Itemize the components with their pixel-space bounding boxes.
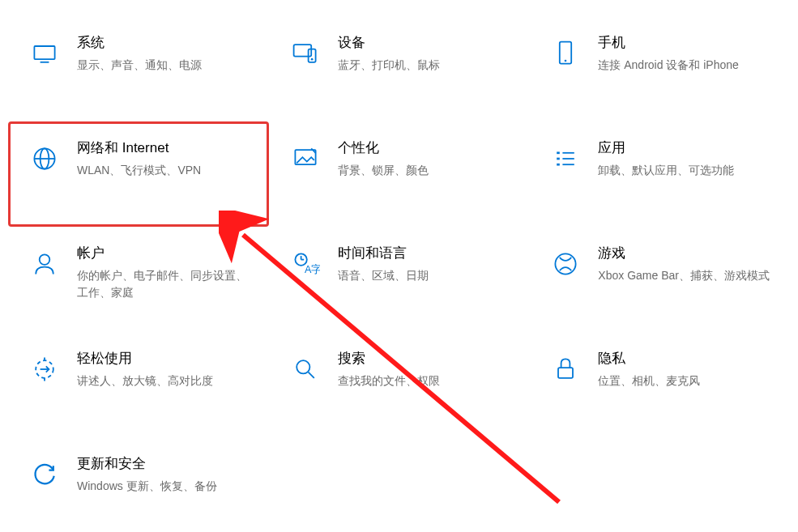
tile-subtitle: Windows 更新、恢复、备份 xyxy=(77,478,253,495)
tile-text: 设备 蓝牙、打印机、鼠标 xyxy=(338,34,514,74)
tile-text: 游戏 Xbox Game Bar、捕获、游戏模式 xyxy=(598,245,774,284)
tile-update-security[interactable]: 更新和安全 Windows 更新、恢复、备份 xyxy=(8,437,269,532)
tile-text: 隐私 位置、相机、麦克风 xyxy=(598,350,774,389)
time-language-icon xyxy=(289,248,322,280)
tile-text: 系统 显示、声音、通知、电源 xyxy=(77,34,253,74)
personalization-icon xyxy=(289,143,322,175)
tile-subtitle: 连接 Android 设备和 iPhone xyxy=(598,57,774,74)
gaming-icon xyxy=(549,248,582,280)
phone-icon xyxy=(549,37,582,70)
tile-title: 游戏 xyxy=(598,245,774,262)
tile-text: 更新和安全 Windows 更新、恢复、备份 xyxy=(77,455,253,495)
tile-subtitle: Xbox Game Bar、捕获、游戏模式 xyxy=(598,267,774,284)
tile-subtitle: 你的帐户、电子邮件、同步设置、工作、家庭 xyxy=(77,267,253,301)
tile-text: 网络和 Internet WLAN、飞行模式、VPN xyxy=(77,139,253,179)
tile-text: 时间和语言 语音、区域、日期 xyxy=(338,245,514,284)
search-icon xyxy=(289,353,322,385)
tile-title: 个性化 xyxy=(338,139,514,157)
system-icon xyxy=(28,37,61,70)
tile-subtitle: 蓝牙、打印机、鼠标 xyxy=(338,57,514,74)
tile-subtitle: 语音、区域、日期 xyxy=(338,267,514,284)
tile-text: 搜索 查找我的文件、权限 xyxy=(338,350,514,389)
globe-icon xyxy=(28,143,61,175)
tile-text: 帐户 你的帐户、电子邮件、同步设置、工作、家庭 xyxy=(77,245,253,301)
tile-subtitle: 位置、相机、麦克风 xyxy=(598,372,774,389)
tile-system[interactable]: 系统 显示、声音、通知、电源 xyxy=(8,16,269,121)
apps-icon xyxy=(549,143,582,175)
tile-ease-of-access[interactable]: 轻松使用 讲述人、放大镜、高对比度 xyxy=(8,332,269,437)
accounts-icon xyxy=(28,248,61,280)
ease-of-access-icon xyxy=(28,353,61,385)
tile-title: 搜索 xyxy=(338,350,514,368)
devices-icon xyxy=(289,37,322,70)
tile-personalization[interactable]: 个性化 背景、锁屏、颜色 xyxy=(269,121,530,227)
tile-privacy[interactable]: 隐私 位置、相机、麦克风 xyxy=(529,332,790,437)
tile-title: 应用 xyxy=(598,139,774,157)
lock-icon xyxy=(549,353,582,385)
tile-title: 手机 xyxy=(598,34,774,52)
tile-apps[interactable]: 应用 卸载、默认应用、可选功能 xyxy=(529,121,790,227)
tile-subtitle: WLAN、飞行模式、VPN xyxy=(77,162,253,179)
update-icon xyxy=(28,458,61,491)
tile-text: 轻松使用 讲述人、放大镜、高对比度 xyxy=(77,350,253,389)
tile-phone[interactable]: 手机 连接 Android 设备和 iPhone xyxy=(529,16,790,121)
tile-subtitle: 卸载、默认应用、可选功能 xyxy=(598,162,774,179)
tile-title: 系统 xyxy=(77,34,253,52)
tile-subtitle: 显示、声音、通知、电源 xyxy=(77,57,253,74)
tile-time-language[interactable]: 时间和语言 语音、区域、日期 xyxy=(269,227,530,332)
tile-subtitle: 讲述人、放大镜、高对比度 xyxy=(77,372,253,389)
tile-title: 帐户 xyxy=(77,245,253,262)
tile-subtitle: 查找我的文件、权限 xyxy=(338,372,514,389)
tile-title: 网络和 Internet xyxy=(77,139,253,157)
tile-gaming[interactable]: 游戏 Xbox Game Bar、捕获、游戏模式 xyxy=(529,227,790,332)
tile-title: 轻松使用 xyxy=(77,350,253,368)
tile-title: 隐私 xyxy=(598,350,774,368)
tile-subtitle: 背景、锁屏、颜色 xyxy=(338,162,514,179)
tile-title: 设备 xyxy=(338,34,514,52)
settings-grid: 系统 显示、声音、通知、电源 设备 蓝牙、打印机、鼠标 手机 连接 Androi… xyxy=(8,16,790,532)
tile-text: 应用 卸载、默认应用、可选功能 xyxy=(598,139,774,179)
tile-text: 个性化 背景、锁屏、颜色 xyxy=(338,139,514,179)
tile-title: 时间和语言 xyxy=(338,245,514,262)
tile-accounts[interactable]: 帐户 你的帐户、电子邮件、同步设置、工作、家庭 xyxy=(8,227,269,332)
tile-search[interactable]: 搜索 查找我的文件、权限 xyxy=(269,332,530,437)
tile-text: 手机 连接 Android 设备和 iPhone xyxy=(598,34,774,74)
tile-title: 更新和安全 xyxy=(77,455,253,473)
tile-network[interactable]: 网络和 Internet WLAN、飞行模式、VPN xyxy=(8,121,269,227)
tile-devices[interactable]: 设备 蓝牙、打印机、鼠标 xyxy=(269,16,530,121)
